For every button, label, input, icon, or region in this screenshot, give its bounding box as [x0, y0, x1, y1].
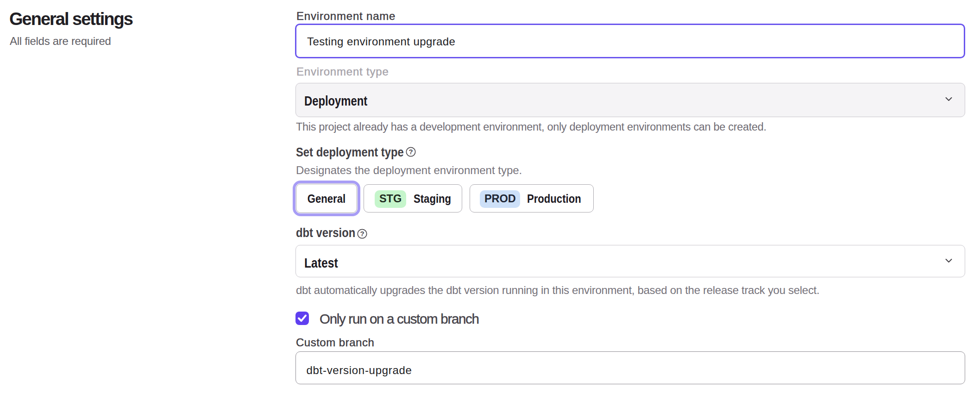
- svg-text:?: ?: [360, 230, 364, 238]
- svg-text:?: ?: [408, 148, 413, 156]
